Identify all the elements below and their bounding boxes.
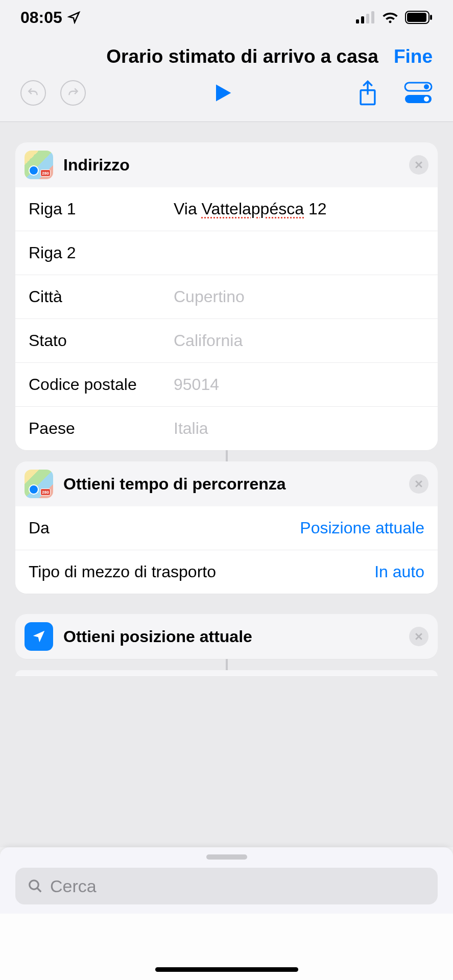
svg-rect-0 <box>356 19 359 23</box>
search-field[interactable]: Cerca <box>15 868 438 904</box>
travel-row-mode[interactable]: Tipo di mezzo di trasporto In auto <box>15 550 438 594</box>
screen-header: Orario stimato di arrivo a casa Fine <box>0 31 453 80</box>
maps-icon-badge: 280 <box>40 488 51 496</box>
editor-toolbar <box>0 80 453 122</box>
row-label: Stato <box>29 331 156 350</box>
home-indicator[interactable] <box>155 967 298 972</box>
address-row-city[interactable]: Città Cupertino <box>15 275 438 318</box>
svg-rect-6 <box>430 15 432 20</box>
action-card-travel-time[interactable]: 280 Ottieni tempo di percorrenza Da Posi… <box>15 461 438 594</box>
row-label: Da <box>29 519 50 537</box>
flow-connector <box>226 450 228 461</box>
close-icon <box>414 631 424 642</box>
row-placeholder: Italia <box>156 419 424 438</box>
row-label: Città <box>29 287 156 306</box>
address-row-country[interactable]: Paese Italia <box>15 406 438 450</box>
status-time: 08:05 <box>20 8 62 27</box>
row-value-link[interactable]: In auto <box>216 562 424 581</box>
location-arrow-icon <box>31 629 46 644</box>
undo-icon <box>27 86 40 100</box>
close-icon <box>414 479 424 489</box>
delete-action-button[interactable] <box>409 627 428 646</box>
row-label: Riga 1 <box>29 200 156 218</box>
status-bar: 08:05 <box>0 0 453 31</box>
svg-rect-1 <box>361 16 364 23</box>
maps-icon-badge: 280 <box>40 169 51 177</box>
action-card-address[interactable]: 280 Indirizzo Riga 1 Via Vattelappésca 1… <box>15 142 438 450</box>
row-label: Tipo di mezzo di trasporto <box>29 562 216 581</box>
wifi-icon <box>382 11 399 23</box>
location-app-icon <box>25 622 53 651</box>
card-title: Indirizzo <box>63 156 399 175</box>
action-card-peek[interactable] <box>15 670 438 676</box>
delete-action-button[interactable] <box>409 155 428 175</box>
run-button[interactable] <box>210 81 233 105</box>
address-row-line1[interactable]: Riga 1 Via Vattelappésca 12 <box>15 187 438 231</box>
search-icon <box>28 878 43 894</box>
card-title: Ottieni posizione attuale <box>63 627 399 646</box>
card-title: Ottieni tempo di percorrenza <box>63 475 399 494</box>
address-row-state[interactable]: Stato California <box>15 318 438 362</box>
action-library-panel[interactable]: Cerca <box>0 847 453 914</box>
actions-list[interactable]: 280 Indirizzo Riga 1 Via Vattelappésca 1… <box>0 122 453 847</box>
maps-app-icon: 280 <box>25 470 53 498</box>
close-icon <box>414 160 424 170</box>
maps-app-icon: 280 <box>25 151 53 179</box>
row-label: Paese <box>29 419 156 438</box>
battery-icon <box>405 11 433 24</box>
redo-icon <box>66 86 80 100</box>
svg-rect-2 <box>366 14 369 23</box>
share-button[interactable] <box>357 80 378 106</box>
action-card-current-location[interactable]: Ottieni posizione attuale <box>15 614 438 659</box>
row-placeholder: California <box>156 331 424 350</box>
address-row-line2[interactable]: Riga 2 <box>15 231 438 275</box>
redo-button[interactable] <box>60 80 86 106</box>
search-placeholder: Cerca <box>50 876 97 896</box>
row-placeholder: 95014 <box>156 375 424 394</box>
row-value-link[interactable]: Posizione attuale <box>50 519 424 537</box>
svg-rect-5 <box>407 13 426 22</box>
keyboard-area <box>0 914 453 980</box>
row-value: Via Vattelappésca 12 <box>156 200 424 218</box>
cellular-signal-icon <box>356 11 375 23</box>
svg-rect-3 <box>371 11 374 23</box>
settings-toggle-button[interactable] <box>404 82 433 104</box>
svg-point-11 <box>424 96 429 102</box>
delete-action-button[interactable] <box>409 474 428 494</box>
page-title: Orario stimato di arrivo a casa <box>106 46 378 67</box>
location-arrow-icon <box>67 11 81 24</box>
address-row-postal[interactable]: Codice postale 95014 <box>15 362 438 406</box>
drag-handle[interactable] <box>206 854 247 860</box>
undo-button[interactable] <box>20 80 46 106</box>
svg-point-12 <box>30 880 39 890</box>
svg-point-9 <box>424 84 429 89</box>
row-placeholder: Cupertino <box>156 287 424 306</box>
travel-row-from[interactable]: Da Posizione attuale <box>15 506 438 550</box>
row-label: Codice postale <box>29 375 156 394</box>
row-label: Riga 2 <box>29 243 156 262</box>
done-button[interactable]: Fine <box>394 46 433 67</box>
flow-connector <box>226 659 228 670</box>
